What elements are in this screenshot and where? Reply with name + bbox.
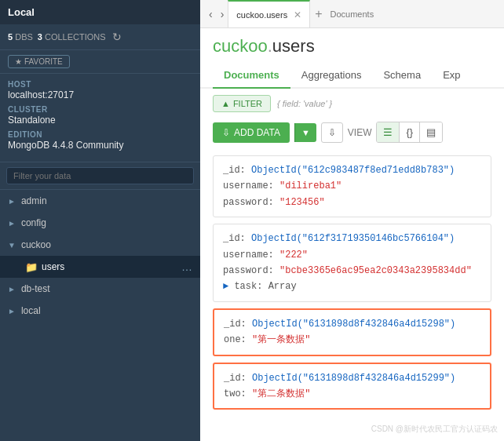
download-icon: ⇩ xyxy=(222,127,230,138)
chevron-icon: ► xyxy=(8,219,16,228)
tab-sub-label: Documents xyxy=(331,9,374,19)
favorite-button[interactable]: ★ FAVORITE xyxy=(8,55,70,68)
doc-field: username: "222" xyxy=(223,247,481,263)
sidebar: Local 5 DBS 3 COLLECTIONS ↻ ★ FAVORITE H… xyxy=(0,0,200,441)
tab-name: cuckoo.users xyxy=(236,10,287,20)
collection-item-users[interactable]: 📁 users … xyxy=(0,256,200,278)
doc-field: one: "第一条数据" xyxy=(224,332,480,348)
documents-area: _id: ObjectId("612c983487f8ed71edd8b783"… xyxy=(200,149,504,441)
db-item-db-test[interactable]: ► db-test xyxy=(0,278,200,300)
collection-more-icon[interactable]: … xyxy=(181,261,192,273)
refresh-button[interactable]: ↻ xyxy=(111,29,123,45)
filter-button[interactable]: ▲ FILTER xyxy=(213,95,271,112)
tab-bar: ‹ › cuckoo.users ✕ + Documents xyxy=(200,0,504,28)
watermark: CSDN @新时代农民工官方认证码农 xyxy=(371,424,498,435)
doc-field: two: "第二条数据" xyxy=(224,386,480,402)
doc-id-field: _id: ObjectId("612c983487f8ed71edd8b783"… xyxy=(223,162,481,178)
sidebar-title: Local xyxy=(8,6,35,18)
json-view-button[interactable]: {} xyxy=(400,122,420,142)
sidebar-info: HOST localhost:27017 CLUSTER Standalone … xyxy=(0,74,200,162)
sub-tab-aggregations[interactable]: Aggregations xyxy=(290,63,373,89)
doc-field: password: "bcbe3365e6ac95ea2c0343a239583… xyxy=(223,263,481,279)
filter-input-wrap xyxy=(0,162,200,190)
add-data-button[interactable]: ⇩ ADD DATA xyxy=(213,122,290,143)
collection-name: users xyxy=(42,261,64,272)
doc-id-field: _id: ObjectId("612f31719350146bc5766104"… xyxy=(223,231,481,246)
sub-tab-documents[interactable]: Documents xyxy=(213,63,290,89)
main-content: ‹ › cuckoo.users ✕ + Documents cuckoo.us… xyxy=(200,0,504,441)
doc-card: _id: ObjectId("6131898d8f432846a4d15298"… xyxy=(213,308,491,356)
chevron-icon: ► xyxy=(8,307,16,315)
db-item-admin[interactable]: ► admin xyxy=(0,190,200,212)
sub-tab-schema[interactable]: Schema xyxy=(372,63,432,89)
tab-forward-button[interactable]: › xyxy=(217,6,228,22)
sidebar-stats: 5 DBS 3 COLLECTIONS ↻ xyxy=(0,24,200,50)
page-header: cuckoo.users xyxy=(200,28,504,63)
page-title: cuckoo.users xyxy=(213,36,491,56)
chevron-icon: ► xyxy=(8,197,16,206)
tab-close-button[interactable]: ✕ xyxy=(294,9,301,20)
add-tab-button[interactable]: + xyxy=(310,5,327,23)
doc-field: password: "123456" xyxy=(223,195,481,210)
chevron-icon: ► xyxy=(8,285,16,293)
filter-input[interactable] xyxy=(6,167,194,184)
expand-icon[interactable]: ► xyxy=(223,281,234,292)
dbs-label: 5 DBS xyxy=(8,32,33,42)
filter-icon: ▲ xyxy=(221,99,230,108)
sub-tabs: DocumentsAggregationsSchemaExp xyxy=(200,63,504,89)
doc-card: _id: ObjectId("612f31719350146bc5766104"… xyxy=(213,224,491,302)
star-icon: ★ xyxy=(15,57,22,66)
doc-id-field: _id: ObjectId("6131898d8f432846a4d15299"… xyxy=(224,370,480,386)
view-toggle: ☰ {} ▤ xyxy=(376,122,443,143)
db-name: config xyxy=(21,217,46,228)
doc-card: _id: ObjectId("6131898d8f432846a4d15299"… xyxy=(213,363,491,410)
action-bar: ⇩ ADD DATA ▼ ⇩ VIEW ☰ {} ▤ xyxy=(200,118,504,149)
doc-card: _id: ObjectId("612c983487f8ed71edd8b783"… xyxy=(213,155,491,217)
doc-field: ► task: Array xyxy=(223,279,481,294)
db-name: db-test xyxy=(21,283,50,294)
collection-icon: 📁 xyxy=(25,261,38,273)
active-tab[interactable]: cuckoo.users ✕ xyxy=(228,0,310,27)
add-data-dropdown-button[interactable]: ▼ xyxy=(294,123,316,142)
sidebar-header: Local xyxy=(0,0,200,24)
db-name: cuckoo xyxy=(21,239,51,250)
sub-tab-exp[interactable]: Exp xyxy=(432,63,471,89)
db-name: local xyxy=(21,305,41,316)
db-item-config[interactable]: ► config xyxy=(0,212,200,234)
table-view-button[interactable]: ▤ xyxy=(420,122,442,142)
chevron-icon: ▼ xyxy=(8,241,16,250)
list-view-button[interactable]: ☰ xyxy=(377,122,400,142)
doc-id-field: _id: ObjectId("6131898d8f432846a4d15298"… xyxy=(224,316,480,332)
db-name: admin xyxy=(21,195,47,206)
db-item-local[interactable]: ► local xyxy=(0,300,200,322)
db-list: ► admin ► config ▼ cuckoo 📁 users … ► db… xyxy=(0,190,200,322)
db-item-cuckoo[interactable]: ▼ cuckoo 📁 users … xyxy=(0,234,200,278)
doc-field: username: "dilireba1" xyxy=(223,178,481,194)
collections-label: 3 COLLECTIONS xyxy=(38,32,106,42)
filter-toolbar: ▲ FILTER { field: 'value' } xyxy=(200,89,504,118)
export-button[interactable]: ⇩ xyxy=(321,122,343,143)
tab-back-button[interactable]: ‹ xyxy=(205,6,217,22)
